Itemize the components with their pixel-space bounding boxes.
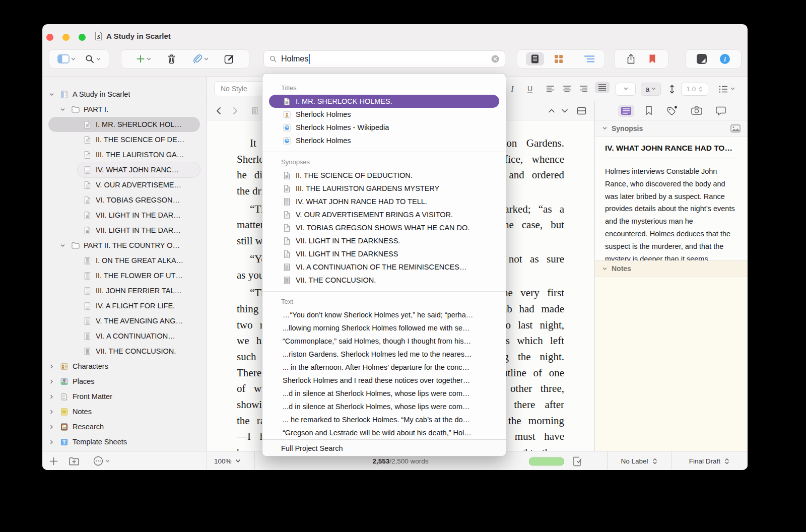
toggle-binder-button[interactable] — [56, 54, 77, 64]
align-right-button[interactable] — [579, 77, 588, 101]
search-result[interactable]: VII. THE CONCLUSION. — [262, 274, 506, 287]
binder-item[interactable]: IV. WHAT JOHN RANC… — [78, 162, 200, 177]
align-center-button[interactable] — [563, 77, 571, 101]
tab-notes[interactable] — [618, 105, 634, 117]
binder-item[interactable]: IV. A FLIGHT FOR LIFE. — [48, 298, 200, 313]
binder-item[interactable]: PART I. — [48, 102, 200, 117]
disclosure-down-icon[interactable] — [60, 107, 71, 112]
binder-item[interactable]: III. THE LAURISTON GA… — [48, 147, 200, 162]
add-folder-button[interactable] — [69, 451, 81, 470]
binder-item[interactable]: V. OUR ADVERTISEME… — [48, 177, 200, 192]
next-document-button[interactable] — [561, 101, 568, 120]
search-result[interactable]: …“You don’t know Sherlock Holmes yet,” h… — [262, 308, 506, 321]
italic-button[interactable]: I — [509, 77, 516, 101]
search-result[interactable]: Sherlock Holmes and I read these notices… — [262, 374, 506, 387]
prev-document-button[interactable] — [548, 101, 555, 120]
binder-item[interactable]: VII. THE CONCLUSION. — [48, 344, 200, 359]
disclosure-down-icon[interactable] — [60, 243, 71, 248]
search-result[interactable]: IV. WHAT JOHN RANCE HAD TO TELL. — [262, 195, 506, 208]
tab-bookmarks[interactable] — [643, 104, 655, 117]
zoom-window-button[interactable] — [79, 34, 86, 41]
search-result[interactable]: V. OUR ADVERTISEMENT BRINGS A VISITOR. — [262, 208, 506, 221]
binder-item[interactable]: VII. LIGHT IN THE DAR… — [48, 208, 200, 223]
search-result[interactable]: Sherlock Holmes — [262, 134, 506, 147]
binder-actions-button[interactable] — [93, 451, 110, 470]
bookmarks-button[interactable] — [647, 54, 657, 64]
search-result[interactable]: II. THE SCIENCE OF DEDUCTION. — [262, 169, 506, 182]
share-button[interactable] — [625, 53, 637, 64]
search-result[interactable]: ... he remarked to Sherlock Holmes. “My … — [262, 413, 506, 426]
binder-item[interactable]: II. THE SCIENCE OF DE… — [48, 132, 200, 147]
text-color-well[interactable] — [616, 77, 636, 101]
disclosure-right-icon[interactable] — [49, 409, 60, 415]
clear-search-button[interactable] — [491, 54, 500, 63]
binder-item[interactable]: V. THE AVENGING ANG… — [48, 313, 200, 328]
line-spacing-icon[interactable] — [669, 77, 675, 101]
underline-button[interactable]: U — [526, 77, 534, 101]
nav-forward-button[interactable] — [233, 101, 238, 120]
disclosure-right-icon[interactable] — [49, 364, 60, 369]
search-result[interactable]: ...d in silence at Sherlock Holmes, whos… — [262, 387, 506, 400]
binder-item[interactable]: VI. TOBIAS GREGSON… — [48, 192, 200, 208]
add-document-button[interactable] — [49, 451, 58, 470]
binder-item[interactable]: I. MR. SHERLOCK HOL… — [48, 117, 200, 132]
composition-mode-button[interactable] — [695, 53, 708, 64]
disclosure-right-icon[interactable] — [49, 424, 60, 430]
binder-item[interactable]: Template Sheets — [48, 434, 200, 449]
search-result[interactable]: “Commonplace,” said Holmes, though I tho… — [262, 335, 506, 348]
binder-item[interactable]: VI. A CONTINUATION… — [48, 328, 200, 344]
binder-item[interactable]: I. ON THE GREAT ALKA… — [48, 253, 200, 268]
search-result[interactable]: “Gregson and Lestrade will be wild about… — [262, 426, 506, 439]
search-result[interactable]: VII. LIGHT IN THE DARKNESS — [262, 247, 506, 260]
search-result[interactable]: ...riston Gardens. Sherlock Holmes led m… — [262, 348, 506, 361]
binder-item[interactable]: Places — [48, 374, 200, 389]
zoom-select[interactable]: 100% — [214, 451, 241, 470]
disclosure-right-icon[interactable] — [49, 394, 60, 400]
highlight-well[interactable]: a — [641, 77, 661, 101]
align-left-button[interactable] — [546, 77, 555, 101]
binder-item[interactable]: Research — [48, 419, 200, 434]
notes-editor[interactable] — [595, 277, 748, 452]
compose-button[interactable] — [223, 54, 235, 64]
synopsis-section-header[interactable]: Synopsis — [595, 120, 748, 137]
tab-snapshots[interactable] — [689, 105, 705, 116]
inspector-toggle-button[interactable]: i — [718, 53, 731, 64]
binder-item[interactable]: PART II. THE COUNTRY O… — [48, 238, 200, 253]
tab-metadata[interactable] — [663, 104, 680, 117]
binder-item[interactable]: VII. LIGHT IN THE DAR… — [48, 223, 200, 238]
trash-button[interactable] — [166, 54, 177, 64]
synopsis-card[interactable]: IV. WHAT JOHN RANCE HAD TO… Holmes inter… — [595, 137, 748, 260]
binder-item[interactable]: Notes — [48, 404, 200, 419]
label-select[interactable]: No Label — [607, 451, 671, 470]
search-result[interactable]: III. THE LAURISTON GARDENS MYSTERY — [262, 182, 506, 195]
disclosure-right-icon[interactable] — [49, 439, 60, 445]
search-result[interactable]: VI. A CONTINUATION OF THE REMINISCENCES… — [262, 260, 506, 274]
split-view-button[interactable] — [577, 101, 586, 120]
binder-item[interactable]: A Study in Scarlet — [48, 87, 200, 102]
tab-comments[interactable] — [713, 105, 728, 117]
notes-section-header[interactable]: Notes — [595, 260, 748, 277]
search-result[interactable]: ... in the afternoon. After Holmes’ depa… — [262, 361, 506, 374]
align-justify-button[interactable] — [595, 82, 610, 93]
synopsis-image-button[interactable] — [730, 124, 741, 132]
binder-item[interactable]: Characters — [48, 359, 200, 374]
attach-button[interactable] — [191, 54, 210, 64]
view-mode-outline-button[interactable] — [583, 54, 596, 63]
minimize-window-button[interactable] — [62, 34, 70, 41]
search-result[interactable]: Sherlock Holmes — [262, 108, 506, 121]
view-mode-corkboard-button[interactable] — [553, 54, 565, 64]
nav-back-button[interactable] — [216, 101, 221, 120]
binder-item[interactable]: Front Matter — [48, 389, 200, 404]
disclosure-down-icon[interactable] — [49, 92, 60, 97]
search-input[interactable]: Holmes — [263, 50, 505, 68]
list-style-button[interactable] — [718, 77, 735, 101]
binder-item[interactable]: II. THE FLOWER OF UT… — [48, 268, 200, 283]
search-result[interactable]: ...d in silence at Sherlock Holmes, whos… — [262, 400, 506, 413]
search-result[interactable]: VI. TOBIAS GREGSON SHOWS WHAT HE CAN DO. — [262, 221, 506, 234]
search-menu-button[interactable] — [84, 54, 102, 64]
search-result[interactable]: VII. LIGHT IN THE DARKNESS. — [262, 234, 506, 247]
disclosure-right-icon[interactable] — [49, 379, 60, 384]
view-mode-document-button[interactable] — [526, 52, 544, 65]
status-select[interactable]: Final Draft — [671, 451, 748, 470]
search-result[interactable]: I. MR. SHERLOCK HOLMES. — [269, 95, 499, 108]
